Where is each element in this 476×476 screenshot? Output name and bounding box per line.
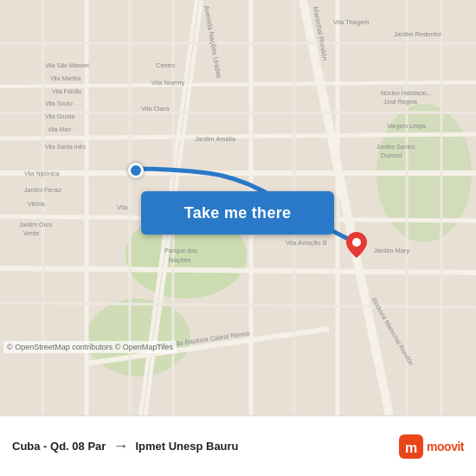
svg-text:Dumont: Dumont bbox=[381, 152, 402, 158]
svg-text:Vila Clara: Vila Clara bbox=[141, 105, 170, 113]
svg-text:Jardim Mary: Jardim Mary bbox=[374, 247, 410, 254]
destination-marker bbox=[346, 232, 367, 258]
svg-text:Vila Souto: Vila Souto bbox=[45, 100, 73, 106]
moovit-brand-name: moovit bbox=[427, 440, 464, 453]
svg-text:Jardim Santos: Jardim Santos bbox=[376, 144, 415, 150]
svg-text:Verde: Verde bbox=[23, 230, 39, 236]
svg-point-57 bbox=[352, 238, 361, 247]
svg-text:Vila Aviação B: Vila Aviação B bbox=[286, 239, 327, 247]
svg-point-3 bbox=[87, 299, 190, 376]
svg-text:Vila Falcão: Vila Falcão bbox=[52, 88, 82, 94]
bottom-bar: Cuba - Qd. 08 Par → Ipmet Unesp Bauru m … bbox=[0, 415, 476, 476]
svg-text:m: m bbox=[405, 441, 417, 455]
moovit-logo: m moovit bbox=[399, 434, 464, 459]
svg-text:Parque das: Parque das bbox=[164, 247, 198, 254]
svg-text:Vila Triagem: Vila Triagem bbox=[333, 18, 370, 26]
svg-text:Nações: Nações bbox=[169, 256, 191, 264]
svg-text:Jardim Ferraz: Jardim Ferraz bbox=[24, 187, 62, 193]
svg-text:Vila Marl: Vila Marl bbox=[48, 126, 72, 132]
svg-text:Vila Martha: Vila Martha bbox=[50, 75, 80, 81]
origin-label: Cuba - Qd. 08 Par bbox=[12, 440, 106, 453]
svg-text:Vargem Limpa: Vargem Limpa bbox=[387, 123, 426, 130]
svg-text:Jardim Redentor: Jardim Redentor bbox=[394, 30, 442, 38]
take-me-there-button[interactable]: Take me there bbox=[141, 191, 334, 235]
svg-text:Vila Nipônica: Vila Nipônica bbox=[24, 170, 60, 177]
svg-text:Centro: Centro bbox=[156, 61, 176, 69]
svg-text:Vila Giunta: Vila Giunta bbox=[45, 113, 74, 119]
svg-text:Vitória: Vitória bbox=[28, 201, 45, 207]
map-attribution: © OpenStreetMap contributors © OpenMapTi… bbox=[3, 341, 177, 353]
map-container: Avenida Nações Unidas Marechal Rondón Vi… bbox=[0, 0, 476, 415]
moovit-logo-icon: m bbox=[399, 434, 423, 459]
svg-text:José Regina: José Regina bbox=[383, 99, 417, 106]
svg-text:Vila Noemy: Vila Noemy bbox=[151, 79, 184, 87]
svg-text:Vila São Manoel: Vila São Manoel bbox=[45, 62, 89, 68]
svg-text:Vila Santa Inês: Vila Santa Inês bbox=[45, 144, 86, 150]
route-info: Cuba - Qd. 08 Par → Ipmet Unesp Bauru bbox=[12, 437, 399, 455]
svg-text:Núcleo Habitacio...: Núcleo Habitacio... bbox=[381, 90, 432, 96]
svg-text:Jardim Amália: Jardim Amália bbox=[195, 135, 236, 143]
svg-text:Vila: Vila bbox=[117, 203, 128, 211]
origin-marker bbox=[128, 163, 144, 178]
svg-text:Jardim Ouro: Jardim Ouro bbox=[19, 222, 53, 228]
destination-label: Ipmet Unesp Bauru bbox=[135, 440, 238, 453]
arrow-right-icon: → bbox=[113, 437, 128, 455]
